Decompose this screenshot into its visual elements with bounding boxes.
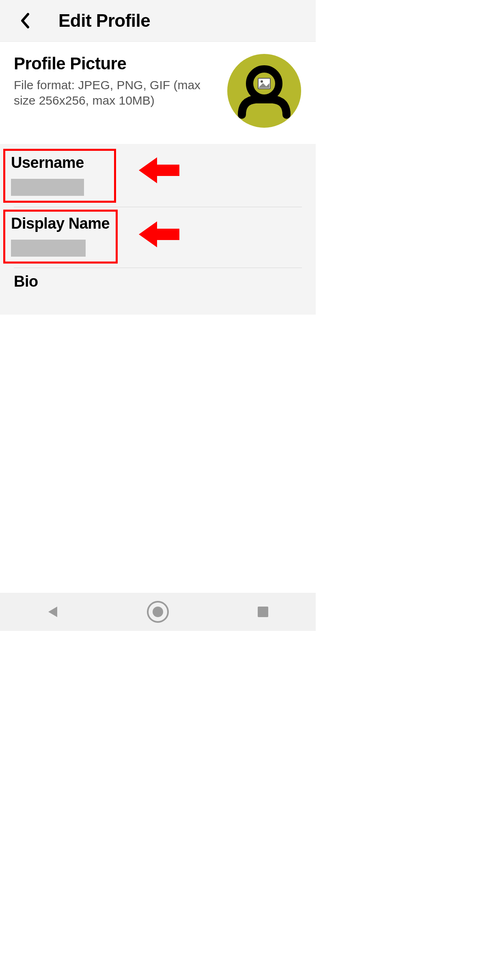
svg-marker-3 bbox=[139, 157, 179, 183]
nav-back-button[interactable] bbox=[41, 600, 64, 623]
arrow-left-icon bbox=[139, 154, 179, 187]
profile-picture-title: Profile Picture bbox=[14, 54, 219, 73]
square-recents-icon bbox=[257, 606, 269, 618]
displayname-field-group[interactable]: Display Name bbox=[3, 210, 118, 264]
displayname-input[interactable] bbox=[11, 240, 86, 257]
displayname-label: Display Name bbox=[11, 215, 110, 232]
field-divider bbox=[14, 207, 302, 207]
bio-label: Bio bbox=[14, 273, 302, 290]
circle-home-icon bbox=[147, 600, 169, 623]
page-title: Edit Profile bbox=[58, 11, 150, 31]
svg-point-7 bbox=[153, 607, 163, 617]
annotation-arrow-username bbox=[139, 154, 179, 187]
avatar-upload-button[interactable] bbox=[227, 54, 301, 128]
phone-screen: Edit Profile Profile Picture File format… bbox=[0, 0, 316, 631]
header-bar: Edit Profile bbox=[0, 0, 316, 42]
svg-point-2 bbox=[261, 80, 263, 83]
nav-recents-button[interactable] bbox=[252, 600, 274, 623]
arrow-left-icon bbox=[139, 218, 179, 251]
nav-home-button[interactable] bbox=[147, 600, 169, 623]
triangle-back-icon bbox=[46, 605, 60, 619]
svg-marker-4 bbox=[139, 221, 179, 247]
svg-rect-8 bbox=[258, 607, 268, 617]
form-area: Username Display Name Bio bbox=[0, 144, 316, 315]
back-button[interactable] bbox=[16, 12, 34, 30]
chevron-left-icon bbox=[19, 13, 31, 29]
bio-field-group[interactable]: Bio bbox=[0, 268, 316, 315]
username-label: Username bbox=[11, 154, 108, 172]
android-navbar bbox=[0, 593, 316, 631]
avatar-person-icon bbox=[227, 54, 301, 128]
empty-space bbox=[0, 315, 316, 574]
username-input[interactable] bbox=[11, 179, 84, 196]
profile-picture-subtitle: File format: JPEG, PNG, GIF (max size 25… bbox=[14, 77, 219, 108]
annotation-arrow-displayname bbox=[139, 218, 179, 251]
username-field-group[interactable]: Username bbox=[3, 149, 116, 203]
profile-picture-text: Profile Picture File format: JPEG, PNG, … bbox=[14, 54, 219, 108]
svg-marker-5 bbox=[48, 607, 57, 617]
profile-picture-section: Profile Picture File format: JPEG, PNG, … bbox=[0, 42, 316, 144]
